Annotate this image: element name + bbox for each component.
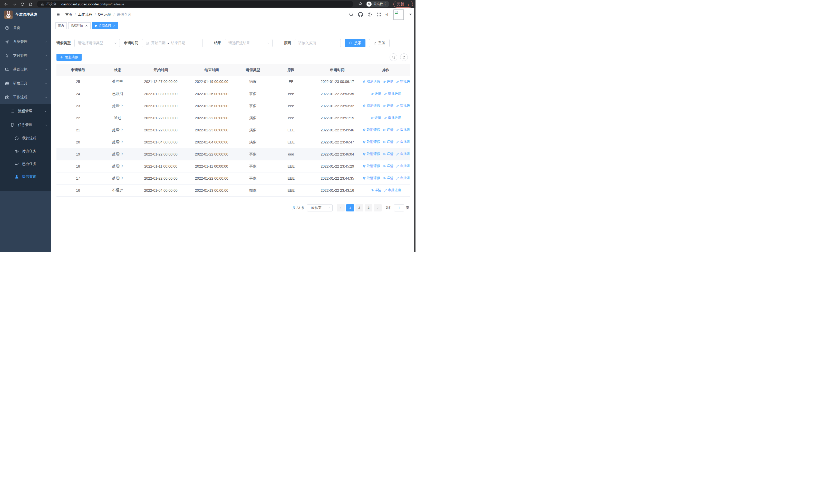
action-label: 取消请假: [367, 103, 380, 108]
action-progress-link[interactable]: 审批进度: [396, 152, 410, 156]
prev-page-button[interactable]: [337, 204, 345, 211]
edit-icon: [396, 80, 399, 83]
tab-label: 首页: [58, 23, 64, 28]
action-detail-link[interactable]: 详情: [383, 164, 394, 168]
table-cell: 2022-01-22 23:51:15: [313, 112, 361, 124]
sidebar-item[interactable]: 已办任务: [0, 157, 51, 170]
table-cell: 2022-01-22 23:44:35: [313, 172, 361, 184]
refresh-icon: [402, 55, 406, 59]
close-icon[interactable]: [113, 24, 116, 27]
chevron-down-icon: [44, 40, 48, 43]
action-detail-link[interactable]: 详情: [371, 188, 381, 192]
close-icon[interactable]: [85, 24, 88, 27]
browser-reload-icon[interactable]: [19, 1, 26, 7]
next-page-button[interactable]: [374, 204, 382, 211]
action-cancel-link[interactable]: 取消请假: [363, 152, 380, 156]
page-size-select[interactable]: 10条/页: [307, 204, 333, 211]
action-cancel-link[interactable]: 取消请假: [363, 103, 380, 108]
apply-time-range-picker[interactable]: 开始日期 - 结束日期: [142, 39, 203, 47]
browser-home-icon[interactable]: [27, 1, 34, 7]
font-size-icon[interactable]: tT: [386, 12, 389, 17]
browser-back-icon[interactable]: [3, 1, 9, 7]
tab[interactable]: 请假查询: [92, 22, 118, 29]
sidebar-item[interactable]: 研发工具: [0, 77, 51, 90]
help-icon[interactable]: [367, 12, 372, 17]
reset-button[interactable]: 重置: [369, 39, 390, 47]
table-cell: EEE: [269, 160, 313, 172]
sidebar-item[interactable]: 待办任务: [0, 145, 51, 157]
breadcrumb-item[interactable]: 工作流程: [78, 12, 92, 17]
sidebar-item[interactable]: 我的流程: [0, 132, 51, 145]
tab[interactable]: 流程详情: [68, 22, 91, 29]
avatar[interactable]: [394, 9, 404, 20]
create-leave-button[interactable]: 发起请假: [56, 54, 82, 61]
page-button[interactable]: 2: [355, 204, 363, 211]
edit-icon: [396, 104, 399, 108]
sidebar-item[interactable]: 系统管理: [0, 35, 51, 49]
page-button[interactable]: 1: [346, 204, 354, 211]
sidebar-fold-icon[interactable]: [51, 12, 63, 17]
date-start-placeholder: 开始日期: [151, 41, 166, 46]
sidebar-item[interactable]: 请假查询: [0, 170, 51, 183]
table-cell: 事假: [237, 172, 269, 184]
sidebar-item[interactable]: 首页: [0, 21, 51, 35]
github-icon[interactable]: [358, 12, 363, 17]
action-detail-link[interactable]: 详情: [371, 91, 381, 96]
toggle-search-button[interactable]: [390, 53, 397, 61]
edit-icon: [396, 152, 399, 156]
bookmark-star-icon[interactable]: [358, 1, 363, 7]
action-label: 详情: [387, 103, 394, 108]
action-detail-link[interactable]: 详情: [383, 140, 394, 144]
sidebar-item[interactable]: 任务管理: [0, 118, 51, 132]
actions-cell: 详情审批进度: [361, 184, 410, 196]
eye-icon: [383, 80, 386, 83]
action-detail-link[interactable]: 详情: [383, 127, 394, 132]
sidebar-item[interactable]: 支付管理: [0, 49, 51, 63]
action-detail-link[interactable]: 详情: [383, 176, 394, 180]
action-cancel-link[interactable]: 取消请假: [363, 140, 380, 144]
action-detail-link[interactable]: 详情: [371, 116, 381, 120]
table-cell: 22: [56, 112, 99, 124]
action-detail-link[interactable]: 详情: [383, 79, 394, 84]
fullscreen-icon[interactable]: [376, 12, 381, 17]
refresh-table-button[interactable]: [400, 53, 408, 61]
action-cancel-link[interactable]: 取消请假: [363, 79, 380, 84]
tab[interactable]: 首页: [55, 22, 67, 29]
page-button[interactable]: 3: [365, 204, 372, 211]
action-detail-link[interactable]: 详情: [383, 103, 394, 108]
action-progress-link[interactable]: 审批进度: [396, 176, 410, 180]
table-cell: 21: [56, 124, 99, 136]
browser-forward-icon[interactable]: [11, 1, 18, 7]
header-search-icon[interactable]: [349, 12, 354, 17]
action-cancel-link[interactable]: 取消请假: [363, 127, 380, 132]
action-detail-link[interactable]: 详情: [383, 152, 394, 156]
browser-menu-icon[interactable]: ⋮: [406, 2, 410, 6]
sidebar-item[interactable]: 基础设施: [0, 63, 51, 77]
sidebar-item[interactable]: 工作流程: [0, 90, 51, 104]
result-select[interactable]: 请选择流结果: [225, 39, 273, 47]
scrollbar-track[interactable]: [414, 8, 416, 252]
breadcrumb-item[interactable]: OA 示例: [98, 12, 111, 17]
goto-page-input[interactable]: [394, 204, 404, 211]
table-cell: 2022-01-22 00:00:00: [136, 148, 186, 160]
action-cancel-link[interactable]: 取消请假: [363, 176, 380, 180]
action-progress-link[interactable]: 审批进度: [384, 91, 401, 96]
browser-update-button[interactable]: 更新 ⋮: [394, 1, 413, 8]
action-progress-link[interactable]: 审批进度: [384, 188, 401, 192]
avatar-caret-icon[interactable]: [408, 12, 413, 17]
action-progress-link[interactable]: 审批进度: [396, 164, 410, 168]
leave-type-select[interactable]: 请选择请假类型: [75, 39, 120, 47]
address-bar[interactable]: 不安全 dashboard.yudao.iocoder.cn/bpm/oa/le…: [37, 1, 353, 7]
reason-input[interactable]: [298, 41, 338, 45]
action-progress-link[interactable]: 审批进度: [396, 127, 410, 132]
breadcrumb-separator: /: [75, 12, 76, 17]
table-row: 16不通过2022-01-04 00:00:002022-01-13 00:00…: [56, 184, 410, 196]
action-progress-link[interactable]: 审批进度: [396, 140, 410, 144]
action-progress-link[interactable]: 审批进度: [384, 116, 401, 120]
action-progress-link[interactable]: 审批进度: [396, 103, 410, 108]
search-button[interactable]: 搜索: [345, 39, 366, 47]
action-progress-link[interactable]: 审批进度: [396, 79, 410, 84]
sidebar-item[interactable]: 流程管理: [0, 104, 51, 118]
breadcrumb-item[interactable]: 首页: [65, 12, 73, 17]
action-cancel-link[interactable]: 取消请假: [363, 164, 380, 168]
